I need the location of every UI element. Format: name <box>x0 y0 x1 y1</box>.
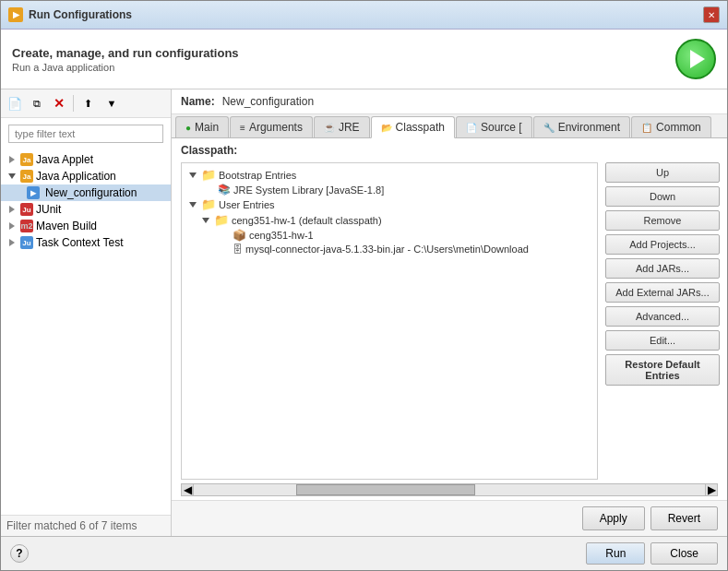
sidebar-item-junit[interactable]: Ju JUnit <box>1 201 171 218</box>
tab-arguments[interactable]: ≡ Arguments <box>230 116 313 137</box>
close-button[interactable]: ✕ <box>703 6 720 23</box>
name-label: Name: <box>181 95 215 108</box>
filter-input[interactable] <box>8 125 163 143</box>
revert-button[interactable]: Revert <box>650 506 718 530</box>
main-tab-icon: ● <box>185 123 191 133</box>
delete-config-button[interactable]: ✕ <box>49 93 69 113</box>
sidebar-item-task-context[interactable]: Ju Task Context Test <box>1 234 171 251</box>
run-arrow-icon <box>690 50 705 68</box>
run-footer-button[interactable]: Run <box>586 542 645 565</box>
task-icon: Ju <box>20 236 33 249</box>
tabs: ● Main ≡ Arguments ☕ JRE 📂 Classpath 📄 <box>172 114 727 138</box>
remove-button[interactable]: Remove <box>605 210 720 231</box>
sidebar: 📄 ⧉ ✕ ⬆ ▼ <box>1 89 172 536</box>
header-subtitle: Run a Java application <box>12 62 239 73</box>
sidebar-item-label: JUnit <box>36 203 61 216</box>
help-button[interactable]: ? <box>10 544 29 563</box>
config-icon: ▶ <box>27 186 40 199</box>
ceng351-default-label: ceng351-hw-1 (default classpath) <box>232 215 382 226</box>
tab-jre-label: JRE <box>339 121 360 134</box>
filter-status: Filter matched 6 of 7 items <box>6 519 137 532</box>
advanced-button[interactable]: Advanced... <box>605 306 720 327</box>
window-title: Run Configurations <box>29 8 132 21</box>
sidebar-item-label: Maven Build <box>36 220 97 232</box>
tab-common[interactable]: 📋 Common <box>631 116 711 137</box>
ceng351-default-classpath[interactable]: 📁 ceng351-hw-1 (default classpath) <box>185 212 593 228</box>
name-value: New_configuration <box>222 95 314 108</box>
title-bar-left: ▶ Run Configurations <box>8 7 132 22</box>
footer: ? Run Close <box>1 536 727 570</box>
tab-environment[interactable]: 🔧 Environment <box>533 116 630 137</box>
project-icon: 📁 <box>214 213 229 227</box>
sidebar-item-label: Java Applet <box>36 153 93 166</box>
classpath-tab-content: Classpath: 📁 Bootstrap Entries <box>172 138 727 536</box>
tab-main[interactable]: ● Main <box>175 116 229 137</box>
filter-button[interactable]: ▼ <box>101 93 122 113</box>
environment-tab-icon: 🔧 <box>543 123 555 133</box>
sidebar-toolbar: 📄 ⧉ ✕ ⬆ ▼ <box>1 89 171 118</box>
mysql-jar-item[interactable]: 🗄 mysql-connector-java-5.1.33-bin.jar - … <box>185 243 593 256</box>
edit-button[interactable]: Edit... <box>605 330 720 351</box>
jre-library-label: JRE System Library [JavaSE-1.8] <box>233 184 384 196</box>
mysql-jar-label: mysql-connector-java-5.1.33-bin.jar - C:… <box>245 244 529 255</box>
sidebar-item-java-application[interactable]: Ja Java Application <box>1 168 171 184</box>
bootstrap-entries-label: Bootstrap Entries <box>219 170 296 181</box>
footer-right: Run Close <box>586 542 718 565</box>
classpath-area: 📁 Bootstrap Entries 📚 JRE System Library… <box>172 162 727 480</box>
duplicate-config-button[interactable]: ⧉ <box>27 93 47 113</box>
classpath-tree[interactable]: 📁 Bootstrap Entries 📚 JRE System Library… <box>181 162 598 480</box>
task-expand-icon <box>6 237 18 248</box>
tab-source[interactable]: 📄 Source [ <box>456 116 532 137</box>
run-configurations-window: ▶ Run Configurations ✕ Create, manage, a… <box>0 0 728 571</box>
close-footer-button[interactable]: Close <box>650 542 718 565</box>
bootstrap-entries-group[interactable]: 📁 Bootstrap Entries <box>185 167 593 183</box>
ceng351-expand-icon <box>200 215 211 226</box>
tab-jre[interactable]: ☕ JRE <box>314 116 370 137</box>
sidebar-item-java-applet[interactable]: Ja Java Applet <box>1 151 171 168</box>
sidebar-item-label: Task Context Test <box>36 236 124 249</box>
run-button[interactable] <box>675 39 716 79</box>
tab-main-label: Main <box>195 121 219 134</box>
scroll-bar-area: ◀ ▶ <box>172 480 727 500</box>
sidebar-item-maven-build[interactable]: m2 Maven Build <box>1 218 171 234</box>
apply-button[interactable]: Apply <box>582 506 645 530</box>
user-folder-icon: 📁 <box>201 197 216 211</box>
tab-arguments-label: Arguments <box>249 121 303 134</box>
add-projects-button[interactable]: Add Projects... <box>605 234 720 255</box>
h-scrollbar-thumb[interactable] <box>296 484 475 495</box>
export-config-button[interactable]: ⬆ <box>78 93 98 113</box>
main-content: 📄 ⧉ ✕ ⬆ ▼ <box>1 89 727 536</box>
hw1-expand-spacer <box>219 230 230 241</box>
new-config-button[interactable]: 📄 <box>5 93 25 113</box>
add-external-jars-button[interactable]: Add External JARs... <box>605 282 720 303</box>
name-bar: Name: New_configuration <box>172 89 727 114</box>
ceng351-hw1-item[interactable]: 📦 ceng351-hw-1 <box>185 228 593 243</box>
sidebar-item-new-configuration[interactable]: ▶ New_configuration <box>1 184 171 201</box>
jre-tab-icon: ☕ <box>324 123 335 133</box>
user-entries-group[interactable]: 📁 User Entries <box>185 196 593 212</box>
jre-system-library-item[interactable]: 📚 JRE System Library [JavaSE-1.8] <box>185 183 593 196</box>
add-jars-button[interactable]: Add JARs... <box>605 258 720 279</box>
h-scrollbar[interactable]: ◀ ▶ <box>181 483 718 496</box>
new-icon: 📄 <box>7 97 22 111</box>
up-button[interactable]: Up <box>605 162 720 183</box>
classpath-tree-inner: 📁 Bootstrap Entries 📚 JRE System Library… <box>182 163 597 259</box>
jar-expand-spacer <box>219 244 230 255</box>
tab-classpath[interactable]: 📂 Classpath <box>371 116 455 138</box>
package-icon: 📦 <box>233 229 246 242</box>
classpath-label: Classpath: <box>172 138 727 162</box>
source-tab-icon: 📄 <box>466 123 477 133</box>
junit-icon: Ju <box>20 203 33 216</box>
classpath-buttons: Up Down Remove Add Projects... Add JARs.… <box>598 162 727 480</box>
applet-expand-icon <box>6 154 18 165</box>
restore-default-button[interactable]: Restore Default Entries <box>605 354 720 386</box>
h-scrollbar-track[interactable] <box>194 483 705 496</box>
down-button[interactable]: Down <box>605 186 720 207</box>
scroll-right-button[interactable]: ▶ <box>705 483 718 496</box>
window-icon: ▶ <box>8 7 23 22</box>
app-expand-icon <box>6 171 18 182</box>
scroll-left-button[interactable]: ◀ <box>181 483 194 496</box>
jre-library-icon: 📚 <box>218 184 231 196</box>
export-icon: ⬆ <box>84 98 92 110</box>
java-app-icon: Ja <box>20 170 33 183</box>
